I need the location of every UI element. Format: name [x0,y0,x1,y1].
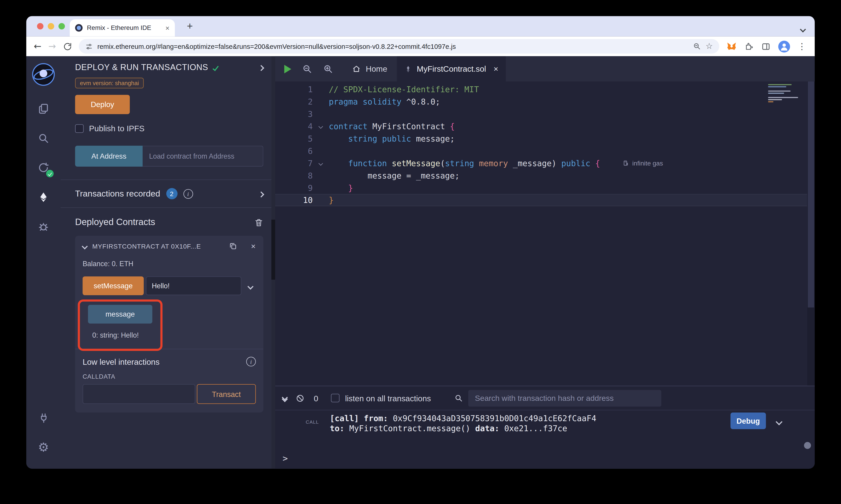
terminal-search-input[interactable] [468,390,662,406]
close-window-button[interactable] [37,23,44,30]
zoom-icon[interactable] [693,42,701,50]
new-tab-button[interactable]: + [184,20,196,33]
forward-button[interactable]: → [49,42,56,51]
panel-title: DEPLOY & RUN TRANSACTIONS [75,63,208,72]
line-number: 4 [275,122,313,131]
gear-icon: ⚙ [38,442,49,454]
set-message-input[interactable] [146,276,241,295]
terminal-toolbar: 0 listen on all transactions [275,386,815,410]
code-line[interactable]: 5 string public message; [275,132,815,145]
sidebar-item-settings[interactable]: ⚙ [26,433,61,462]
set-message-expand-chevron-icon[interactable] [248,281,253,291]
tab-myfirstcontract[interactable]: MyFirstContract.sol × [397,56,506,81]
copy-address-icon[interactable] [229,242,237,250]
message-button[interactable]: message [88,305,152,323]
minimap[interactable] [768,84,806,103]
sidebar-item-debugger[interactable] [26,212,61,241]
log-expand-chevron-icon[interactable] [776,417,782,426]
clear-console-icon[interactable] [295,394,305,403]
extensions-puzzle-icon[interactable] [744,42,754,51]
contract-title: MYFIRSTCONTRACT AT 0X10F...E [92,242,201,250]
browser-tab[interactable]: Remix - Ethereum IDE × [70,19,175,36]
tab-title: Remix - Ethereum IDE [87,24,161,32]
debug-button[interactable]: Debug [731,412,766,429]
listen-checkbox[interactable] [331,394,340,402]
terminal-scroll-dot[interactable] [804,442,811,449]
fold-chevron-icon[interactable] [313,162,329,165]
publish-checkbox[interactable] [75,124,84,132]
transactions-info-icon[interactable]: i [183,189,193,198]
code-line[interactable]: 3 [275,108,815,120]
panel-scrollbar-thumb[interactable] [272,220,275,280]
url-text[interactable]: remix.ethereum.org/#lang=en&optimize=fal… [97,43,688,50]
sidebar-item-solidity-compiler[interactable] [26,153,61,182]
editor-tab-bar: Home MyFirstContract.sol × [275,56,815,81]
at-address-row: At Address [75,146,263,167]
line-number: 2 [275,97,313,106]
solidity-file-icon [405,65,412,73]
code-line[interactable]: 7 function setMessage(string memory _mes… [275,157,815,169]
sidebar-item-file-explorer[interactable] [26,94,61,123]
sidebar-item-deploy-run[interactable] [26,182,61,212]
contract-collapse-chevron-icon[interactable] [82,243,88,249]
transactions-recorded-row: Transactions recorded 2 i [75,180,263,208]
run-script-icon[interactable] [284,65,291,73]
panel-scrollbar[interactable] [272,56,275,469]
contract-close-icon[interactable]: × [251,242,256,250]
low-level-info-icon[interactable]: i [246,357,256,366]
terminal-prompt[interactable]: > [283,453,288,464]
browser-menu-icon[interactable]: ⋮ [797,41,806,52]
profile-avatar[interactable] [778,40,790,52]
message-output: 0: string: Hello! [92,331,174,339]
transactions-expand-chevron-icon[interactable] [259,189,263,198]
address-bar[interactable]: remix.ethereum.org/#lang=en&optimize=fal… [79,39,719,53]
maximize-window-button[interactable] [58,23,65,30]
code-line[interactable]: 1// SPDX-License-Identifier: MIT [275,83,815,95]
editor-toolbar-icons [275,56,342,81]
tab-home[interactable]: Home [342,56,397,81]
set-message-row: setMessage [83,276,256,295]
code-line[interactable]: 8 message = _message; [275,169,815,182]
fold-chevron-icon[interactable] [313,125,329,128]
set-message-button[interactable]: setMessage [83,276,144,295]
trash-icon[interactable] [254,218,263,227]
zoom-in-icon[interactable] [323,64,333,74]
at-address-input[interactable] [143,146,263,167]
zoom-out-icon[interactable] [302,64,312,74]
back-button[interactable]: ← [34,42,41,51]
call-badge: CALL [306,417,319,428]
minimize-window-button[interactable] [48,23,54,30]
deploy-button[interactable]: Deploy [75,95,130,114]
tab-close-icon[interactable]: × [166,24,170,32]
code-line[interactable]: 6 [275,145,815,157]
tab-search-chevron-icon[interactable] [801,24,805,34]
publish-label: Publish to IPFS [89,124,145,133]
transact-button[interactable]: Transact [197,384,256,404]
collapse-terminal-icon[interactable] [283,396,287,400]
reload-button[interactable] [63,42,72,51]
code-text: // SPDX-License-Identifier: MIT [329,85,479,94]
editor-scrollbar[interactable] [807,82,815,386]
remix-logo[interactable] [31,62,56,87]
code-line[interactable]: 9 } [275,182,815,194]
sidebar-item-plugin-manager[interactable] [26,403,61,433]
calldata-input[interactable] [83,384,195,404]
at-address-button[interactable]: At Address [75,146,143,167]
contract-card-header[interactable]: MYFIRSTCONTRACT AT 0X10F...E × [83,242,256,250]
code-line[interactable]: 4contract MyFirstContract { [275,120,815,132]
side-panel-icon[interactable] [761,41,771,51]
metamask-icon[interactable] [726,41,737,52]
code-line[interactable]: 2pragma solidity ^0.8.0; [275,95,815,108]
site-settings-icon[interactable] [85,43,92,50]
panel-expand-chevron-icon[interactable] [259,63,263,72]
bookmark-star-icon[interactable]: ☆ [706,42,713,50]
code-line[interactable]: 10} [275,194,815,206]
editor-scrollbar-thumb[interactable] [808,82,814,307]
line-number: 10 [275,195,313,205]
code-editor[interactable]: 1// SPDX-License-Identifier: MIT2pragma … [275,82,815,386]
sidebar-item-search[interactable] [26,123,61,153]
activity-bar: ⚙ [26,56,61,469]
tab-close-icon[interactable]: × [494,65,498,73]
code-lines: 1// SPDX-License-Identifier: MIT2pragma … [275,83,815,206]
code-text: contract MyFirstContract { [329,122,455,131]
